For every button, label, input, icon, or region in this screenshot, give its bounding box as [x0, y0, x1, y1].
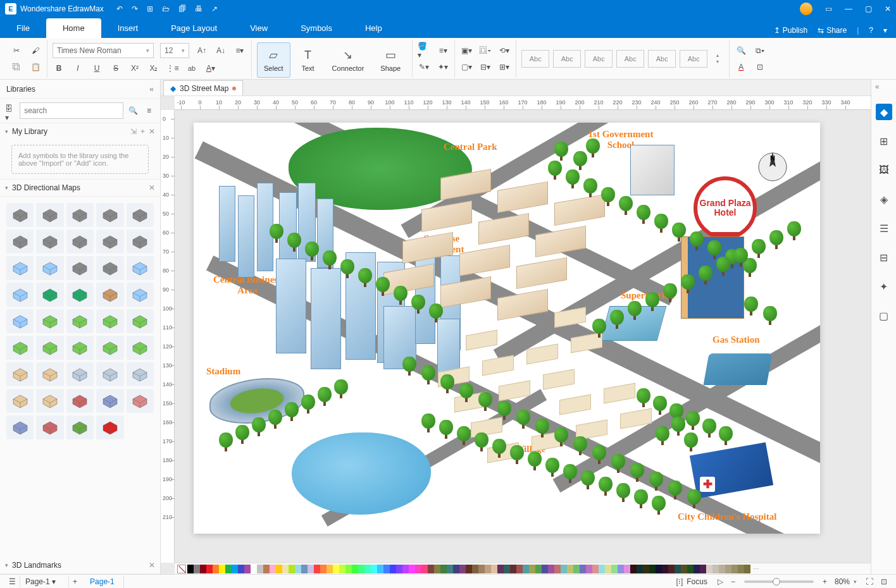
color-swatch[interactable]	[194, 565, 200, 573]
ai-pane-icon[interactable]: ✦	[876, 278, 892, 295]
search-icon[interactable]: 🔍	[127, 104, 139, 118]
shape-thumb[interactable]	[127, 362, 154, 386]
color-swatch[interactable]	[339, 565, 345, 573]
shape-thumb[interactable]	[6, 203, 34, 227]
export-icon[interactable]: ↗	[211, 4, 218, 13]
shape-thumb[interactable]	[127, 203, 154, 227]
color-swatch[interactable]	[497, 565, 504, 573]
color-swatch[interactable]	[535, 565, 542, 573]
shape-thumb[interactable]	[96, 362, 123, 386]
color-swatch[interactable]	[282, 565, 289, 573]
feedback-icon[interactable]: ▭	[825, 4, 832, 13]
connector-tool[interactable]: ↘Connector	[326, 42, 371, 78]
menu-dropdown-icon[interactable]: ▾	[883, 26, 887, 35]
shape-thumb[interactable]	[36, 203, 63, 227]
color-swatch[interactable]	[295, 565, 301, 573]
color-swatch[interactable]	[567, 565, 573, 573]
close-section-icon[interactable]: ✕	[149, 127, 155, 136]
shape-thumb[interactable]	[127, 283, 154, 307]
color-swatch[interactable]	[485, 565, 491, 573]
color-swatch[interactable]	[599, 565, 605, 573]
image-pane-icon[interactable]: 🖼	[876, 162, 892, 178]
close-section-icon[interactable]: ✕	[149, 183, 155, 192]
shape-thumb[interactable]	[96, 336, 123, 360]
close-icon[interactable]: ✕	[885, 4, 891, 13]
color-swatch[interactable]	[523, 565, 529, 573]
shape-thumb[interactable]	[127, 336, 154, 360]
shape-thumb[interactable]	[66, 415, 94, 439]
data-pane-icon[interactable]: ⊟	[876, 249, 892, 266]
no-color-swatch[interactable]	[177, 565, 186, 573]
shape-thumb[interactable]	[6, 415, 34, 439]
line-style-icon[interactable]: ≡▾	[437, 44, 449, 57]
color-swatch[interactable]	[428, 565, 434, 573]
search-settings-icon[interactable]: ≡	[143, 104, 155, 118]
shape-thumb[interactable]	[96, 203, 123, 227]
color-swatch[interactable]	[561, 565, 567, 573]
color-swatch[interactable]	[694, 565, 700, 573]
theme-2[interactable]: Abc	[553, 50, 581, 68]
color-swatch[interactable]	[276, 565, 282, 573]
color-swatch[interactable]	[516, 565, 523, 573]
color-swatch[interactable]	[308, 565, 314, 573]
bring-front-icon[interactable]: ▣▾	[460, 44, 473, 57]
color-swatch[interactable]	[244, 565, 251, 573]
zoom-in-icon[interactable]: +	[819, 577, 831, 586]
color-swatch[interactable]	[592, 565, 599, 573]
color-swatch[interactable]	[618, 565, 624, 573]
color-swatch[interactable]	[232, 565, 238, 573]
effects-icon[interactable]: ✦▾	[437, 61, 449, 73]
tab-file[interactable]: File	[0, 18, 46, 38]
theme-4[interactable]: Abc	[616, 50, 644, 68]
shape-thumb[interactable]	[127, 230, 154, 254]
bullets-icon[interactable]: ⋮≡	[166, 62, 179, 75]
more-icon[interactable]: ⊡	[754, 61, 766, 73]
color-swatch[interactable]	[605, 565, 611, 573]
color-swatch[interactable]	[440, 565, 447, 573]
color-swatch[interactable]	[200, 565, 206, 573]
tab-page-layout[interactable]: Page Layout	[154, 18, 233, 38]
shape-thumb[interactable]	[96, 389, 123, 413]
color-swatch[interactable]	[573, 565, 580, 573]
3d-landmarks-section[interactable]: ▾ 3D Landmarks ✕	[0, 557, 160, 573]
color-swatch[interactable]	[744, 565, 750, 573]
color-swatch[interactable]	[675, 565, 681, 573]
italic-icon[interactable]: I	[72, 62, 84, 75]
shape-thumb[interactable]	[66, 230, 94, 254]
subscript-icon[interactable]: X₂	[147, 62, 160, 75]
color-swatch[interactable]	[402, 565, 409, 573]
page[interactable]: Central Park 1st Government School Sun R…	[194, 123, 820, 534]
color-swatch[interactable]	[466, 565, 472, 573]
align-icon[interactable]: ≡▾	[233, 44, 246, 57]
close-section-icon[interactable]: ✕	[149, 561, 155, 570]
page-tab[interactable]: Page-1	[81, 575, 124, 588]
color-swatch[interactable]	[371, 565, 377, 573]
shape-thumb[interactable]	[96, 230, 123, 254]
color-swatch[interactable]	[187, 565, 194, 573]
shape-thumb[interactable]	[96, 415, 123, 439]
shape-thumb[interactable]	[127, 309, 154, 333]
color-swatch[interactable]	[257, 565, 263, 573]
minimize-icon[interactable]: —	[845, 4, 852, 13]
underline-icon[interactable]: U	[90, 62, 103, 75]
color-swatch[interactable]	[478, 565, 485, 573]
color-swatch[interactable]	[352, 565, 358, 573]
align-objects-icon[interactable]: ⊟▾	[479, 61, 492, 73]
color-swatch[interactable]	[415, 565, 421, 573]
shape-thumb[interactable]	[36, 230, 63, 254]
color-swatch[interactable]	[706, 565, 712, 573]
color-swatch[interactable]	[731, 565, 738, 573]
bold-icon[interactable]: B	[53, 62, 65, 75]
zoom-out-icon[interactable]: −	[727, 577, 739, 586]
focus-mode-icon[interactable]: [⁝]	[673, 577, 687, 586]
color-swatch[interactable]	[580, 565, 586, 573]
zoom-slider[interactable]	[744, 580, 814, 583]
color-swatch[interactable]	[712, 565, 719, 573]
shape-thumb[interactable]	[36, 256, 63, 280]
color-swatch[interactable]	[668, 565, 675, 573]
shape-thumb[interactable]	[66, 203, 94, 227]
highlight-icon[interactable]: A	[735, 61, 747, 73]
shape-thumb[interactable]	[66, 256, 94, 280]
shape-thumb[interactable]	[36, 362, 63, 386]
color-swatch[interactable]	[643, 565, 649, 573]
